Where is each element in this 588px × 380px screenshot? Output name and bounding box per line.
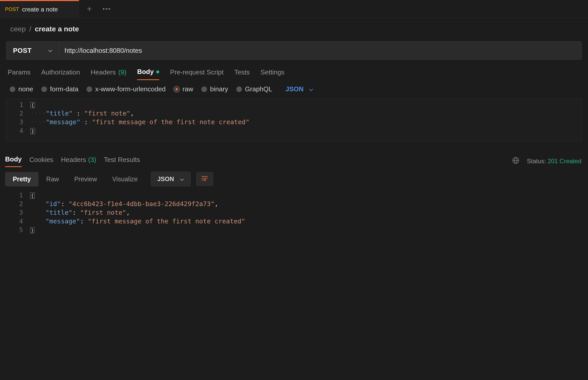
tab-count: (9) (118, 68, 127, 76)
tab-settings[interactable]: Settings (261, 68, 285, 80)
response-meta: Status: 201 Created (512, 157, 581, 166)
line-number: 4 (6, 217, 30, 226)
tab-actions (79, 0, 110, 18)
view-mode-visualize[interactable]: Visualize (105, 172, 145, 186)
tab-authorization[interactable]: Authorization (41, 68, 80, 80)
tab-label: Body (5, 155, 22, 163)
url-bar: POST http://localhost:8080/notes (6, 41, 582, 60)
tab-pre-request-script[interactable]: Pre-request Script (170, 68, 224, 80)
tab-label: Tests (234, 68, 250, 76)
radio-icon (87, 86, 92, 92)
line-content: { (30, 191, 582, 200)
response-format-selector[interactable]: JSON (151, 172, 190, 186)
body-type-raw[interactable]: raw (174, 85, 193, 93)
line-content: "id": "4cc6b423-f1e4-4dbb-bae3-226d429f2… (30, 200, 582, 208)
line-number: 4 (6, 126, 30, 135)
code-line: 4 "message": "first message of the first… (6, 217, 582, 226)
tab-label: Settings (261, 68, 285, 76)
radio-label: x-www-form-urlencoded (95, 85, 166, 93)
line-content: ····"title"·:·"first·note", (30, 109, 582, 118)
http-method-selector[interactable]: POST (6, 42, 59, 59)
radio-label: raw (182, 85, 193, 93)
code-line: 2····"title"·:·"first·note", (6, 109, 582, 118)
response-bar: BodyCookiesHeaders (3)Test Results Statu… (0, 148, 588, 167)
chevron-down-icon (48, 47, 53, 54)
more-actions-icon[interactable] (103, 8, 110, 10)
line-content: { (30, 100, 582, 109)
response-view-modes: PrettyRawPreviewVisualizeJSON (0, 167, 588, 189)
globe-icon[interactable] (512, 157, 519, 166)
line-content: "message": "first message of the first n… (30, 217, 582, 226)
body-type-binary[interactable]: binary (201, 85, 228, 93)
code-line: 3····"message"·:·"first·message·of·the·f… (6, 118, 582, 126)
code-line: 1{ (6, 191, 582, 200)
line-number: 2 (6, 200, 30, 208)
request-tabs: ParamsAuthorizationHeaders (9)BodyPre-re… (0, 60, 588, 80)
radio-label: binary (210, 85, 228, 93)
body-type-x-www-form-urlencoded[interactable]: x-www-form-urlencoded (87, 85, 166, 93)
tab-title: create a note (22, 6, 58, 13)
radio-icon (201, 86, 207, 92)
breadcrumb: ceep / create a note (0, 18, 588, 39)
body-format-selector[interactable]: JSON (286, 85, 313, 93)
code-line: 2 "id": "4cc6b423-f1e4-4dbb-bae3-226d429… (6, 200, 582, 208)
code-line: 4} (6, 126, 582, 135)
response-tab-test-results[interactable]: Test Results (104, 155, 140, 167)
breadcrumb-current: create a note (35, 25, 79, 33)
radio-icon (174, 86, 179, 92)
tab-headers[interactable]: Headers (9) (91, 68, 126, 80)
tab-label: Headers (61, 156, 86, 164)
code-line: 3 "title": "first note", (6, 208, 582, 217)
response-body-viewer[interactable]: 1{2 "id": "4cc6b423-f1e4-4dbb-bae3-226d4… (6, 191, 582, 234)
status-value: 201 Created (548, 158, 581, 164)
line-number: 3 (6, 118, 30, 126)
tab-body[interactable]: Body (137, 68, 159, 80)
http-method-label: POST (13, 47, 32, 55)
response-tabs: BodyCookiesHeaders (3)Test Results (5, 155, 140, 167)
chevron-down-icon (180, 175, 184, 183)
line-number: 3 (6, 208, 30, 217)
code-line: 5} (6, 226, 582, 234)
line-content: } (30, 226, 582, 234)
tab-tests[interactable]: Tests (234, 68, 250, 80)
code-line: 1{ (6, 100, 582, 109)
body-type-none[interactable]: none (10, 85, 33, 93)
line-content: } (30, 126, 582, 135)
chevron-down-icon (309, 85, 313, 93)
view-mode-raw[interactable]: Raw (39, 172, 67, 186)
body-type-graphql[interactable]: GraphQL (236, 85, 272, 93)
body-type-form-data[interactable]: form-data (41, 85, 78, 93)
tab-label: Headers (91, 68, 116, 76)
tab-label: Body (137, 68, 154, 76)
response-tab-cookies[interactable]: Cookies (29, 155, 53, 167)
status-label: Status: (527, 158, 546, 164)
radio-label: form-data (50, 85, 78, 93)
body-format-label: JSON (286, 85, 304, 93)
radio-icon (236, 86, 242, 92)
tab-count: (3) (88, 156, 96, 164)
body-type-row: noneform-datax-www-form-urlencodedrawbin… (0, 80, 588, 97)
wrap-lines-button[interactable] (196, 172, 213, 186)
line-content: ····"message"·:·"first·message·of·the·fi… (30, 118, 582, 126)
request-tab[interactable]: POST create a note (0, 0, 79, 18)
view-mode-preview[interactable]: Preview (67, 172, 105, 186)
tab-params[interactable]: Params (8, 68, 31, 80)
request-body-editor[interactable]: 1{2····"title"·:·"first·note",3····"mess… (6, 99, 582, 141)
tab-label: Authorization (41, 68, 80, 76)
line-number: 1 (6, 100, 30, 109)
line-number: 5 (6, 226, 30, 234)
tab-label: Cookies (29, 156, 53, 164)
url-text: http://localhost:8080/notes (65, 47, 142, 55)
response-tab-headers[interactable]: Headers (3) (61, 155, 96, 167)
response-tab-body[interactable]: Body (5, 155, 22, 167)
radio-label: none (18, 85, 33, 93)
svg-point-2 (103, 8, 104, 10)
line-number: 2 (6, 109, 30, 118)
url-input[interactable]: http://localhost:8080/notes (59, 42, 582, 59)
view-mode-pretty[interactable]: Pretty (5, 172, 39, 186)
breadcrumb-parent[interactable]: ceep (10, 25, 26, 33)
new-tab-icon[interactable] (86, 6, 92, 12)
breadcrumb-separator: / (29, 25, 31, 33)
radio-label: GraphQL (245, 85, 272, 93)
tab-label: Params (8, 68, 31, 76)
